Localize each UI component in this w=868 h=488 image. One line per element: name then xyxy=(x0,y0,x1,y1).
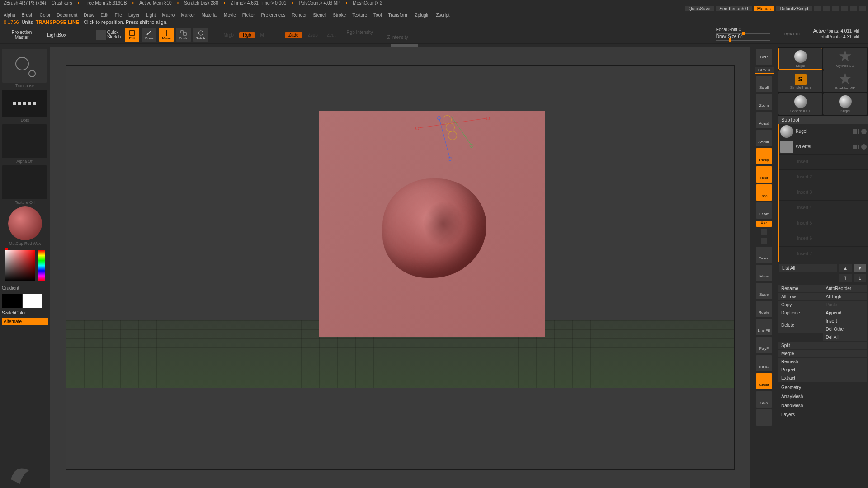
menu-edit[interactable]: Edit xyxy=(101,13,108,18)
focal-shift-slider[interactable]: Focal Shift 0 xyxy=(716,27,741,32)
lsym-button[interactable]: L.Sym xyxy=(756,202,772,219)
layers-section[interactable]: Layers xyxy=(778,410,868,419)
move-down-icon[interactable]: ⤓ xyxy=(854,274,866,282)
split-button[interactable]: Split xyxy=(778,342,867,349)
edit-button[interactable]: Edit xyxy=(125,28,139,42)
menu-transform[interactable]: Transform xyxy=(388,13,408,18)
xyz-button[interactable]: Xyz xyxy=(756,221,772,227)
arraymesh-section[interactable]: ArrayMesh xyxy=(778,392,868,401)
menu-render[interactable]: Render xyxy=(292,13,307,18)
zadd-button[interactable]: Zadd xyxy=(285,32,302,38)
paste-button[interactable]: Paste xyxy=(823,301,868,309)
project-button[interactable]: Project xyxy=(778,366,867,374)
switchcolor-button[interactable]: SwitchColor xyxy=(2,310,48,315)
subtool-row[interactable]: Kugel xyxy=(779,124,868,139)
geometry-section[interactable]: Geometry xyxy=(778,383,868,392)
menu-texture[interactable]: Texture xyxy=(352,13,367,18)
remesh-button[interactable]: Remesh xyxy=(778,358,867,366)
menu-movie[interactable]: Movie xyxy=(224,13,236,18)
menu-macro[interactable]: Macro xyxy=(162,13,175,18)
window-icon[interactable] xyxy=(814,6,821,11)
scale-button[interactable]: Scale xyxy=(176,28,191,42)
extract-button[interactable]: Extract xyxy=(778,374,867,382)
menu-document[interactable]: Document xyxy=(57,13,78,18)
nanomesh-section[interactable]: NanoMesh xyxy=(778,401,868,410)
z-intensity-slider[interactable]: Z Intensity xyxy=(387,35,408,40)
zsub-button[interactable]: Zsub xyxy=(304,32,321,38)
menu-draw[interactable]: Draw xyxy=(84,13,94,18)
minimize-icon[interactable] xyxy=(841,6,848,11)
solo-button[interactable]: Solo xyxy=(756,391,772,408)
tool-thumb[interactable]: PolyMesh3D xyxy=(823,70,867,92)
menu-picker[interactable]: Picker xyxy=(242,13,255,18)
zscript-button[interactable]: DefaultZScript xyxy=(776,6,812,11)
viewport-canvas[interactable] xyxy=(66,65,735,470)
tool-thumb[interactable]: Kugel xyxy=(823,93,867,115)
menu-preferences[interactable]: Preferences xyxy=(261,13,286,18)
persp-button[interactable]: Persp xyxy=(756,148,772,164)
actual-button[interactable]: Actual xyxy=(756,112,772,128)
menu-file[interactable]: File xyxy=(115,13,122,18)
menu-zscript[interactable]: Zscript xyxy=(436,13,449,18)
extra-button[interactable] xyxy=(756,409,772,426)
allhigh-button[interactable]: All High xyxy=(823,293,868,300)
projection-master-button[interactable]: Projection Master xyxy=(4,28,40,42)
lightbox-button[interactable]: LightBox xyxy=(42,29,71,40)
delother-button[interactable]: Del Other xyxy=(823,325,868,333)
rotate-button[interactable]: Rotate xyxy=(193,28,208,42)
delete-button[interactable]: Delete xyxy=(778,317,823,333)
rgb-button[interactable]: Rgb xyxy=(239,32,255,38)
bpr-button[interactable]: BPR xyxy=(756,49,772,65)
dynamic-toggle[interactable]: Dynamic xyxy=(784,32,800,36)
menu-zplugin[interactable]: Zplugin xyxy=(415,13,430,18)
scale-view-button[interactable]: Scale xyxy=(756,283,772,299)
move-up-icon[interactable]: ⤒ xyxy=(839,274,852,282)
seethrough-slider[interactable]: See-through 0 xyxy=(716,6,751,11)
move-view-button[interactable]: Move xyxy=(756,265,772,281)
material-thumb[interactable] xyxy=(8,206,42,240)
visibility-icon[interactable] xyxy=(861,144,867,150)
transp-button[interactable]: Transp xyxy=(756,355,772,371)
scroll-button[interactable]: Scroll xyxy=(756,76,772,92)
window-icon[interactable] xyxy=(832,6,839,11)
copy-button[interactable]: Copy xyxy=(778,301,823,309)
quicksave-button[interactable]: QuickSave xyxy=(685,6,714,11)
autoreorder-button[interactable]: AutoReorder xyxy=(823,285,868,292)
menu-stencil[interactable]: Stencil xyxy=(313,13,326,18)
secondary-color-swatch[interactable] xyxy=(2,294,22,308)
delall-button[interactable]: Del All xyxy=(823,333,868,341)
menus-toggle[interactable]: Menus xyxy=(754,6,774,11)
spix-slider[interactable]: SPix 3 xyxy=(755,67,774,74)
up-arrow-icon[interactable]: ▲ xyxy=(839,264,852,272)
ghost-button[interactable]: Ghost xyxy=(756,373,772,389)
visibility-icon[interactable] xyxy=(861,129,867,134)
menu-light[interactable]: Light xyxy=(146,13,156,18)
tool-thumb[interactable]: Sphere3D_1 xyxy=(778,93,822,115)
insert-button[interactable]: Insert xyxy=(823,317,868,325)
quicksketch-button[interactable]: Quick Sketch xyxy=(94,28,123,41)
color-picker[interactable] xyxy=(5,248,45,284)
gradient-label[interactable]: Gradient xyxy=(2,286,48,291)
rotate-view-button[interactable]: Rotate xyxy=(756,301,772,317)
menu-stroke[interactable]: Stroke xyxy=(333,13,346,18)
polyf-button[interactable]: PolyF xyxy=(756,337,772,353)
m-button[interactable]: M xyxy=(257,32,268,38)
alllow-button[interactable]: All Low xyxy=(778,293,823,300)
draw-button[interactable]: Draw xyxy=(142,28,156,42)
duplicate-button[interactable]: Duplicate xyxy=(778,309,823,317)
menu-material[interactable]: Material xyxy=(202,13,218,18)
menu-tool[interactable]: Tool xyxy=(373,13,382,18)
aahalf-button[interactable]: AAHalf xyxy=(756,130,772,146)
primary-color-swatch[interactable] xyxy=(23,294,42,308)
menu-marker[interactable]: Marker xyxy=(181,13,195,18)
merge-button[interactable]: Merge xyxy=(778,350,867,357)
tool-thumb[interactable]: Cylinder3D xyxy=(823,48,867,70)
mrgb-button[interactable]: Mrgb xyxy=(220,32,237,38)
nav-icon[interactable] xyxy=(761,229,767,235)
menu-brush[interactable]: Brush xyxy=(22,13,33,18)
close-icon[interactable] xyxy=(859,6,866,11)
rename-button[interactable]: Rename xyxy=(778,285,823,292)
stroke-thumb[interactable] xyxy=(2,90,47,117)
menu-color[interactable]: Color xyxy=(40,13,51,18)
nav-icon[interactable] xyxy=(761,238,767,244)
